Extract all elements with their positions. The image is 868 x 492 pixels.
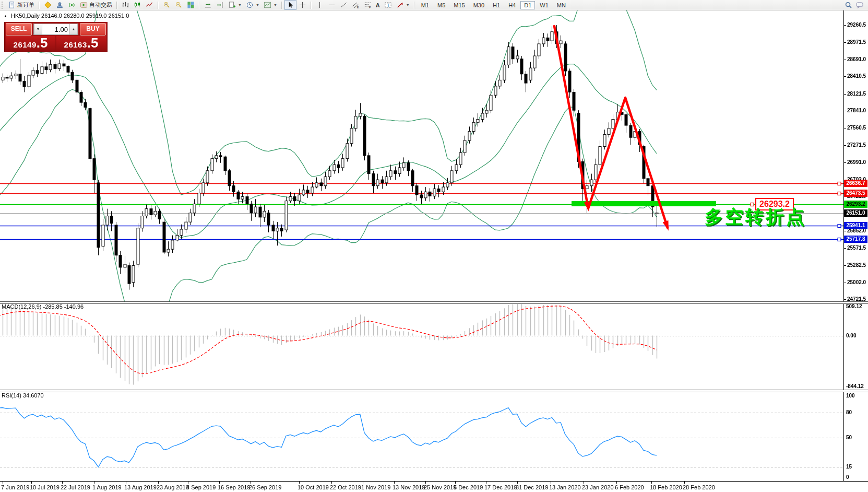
timeframe-mn[interactable]: MN [553, 1, 569, 9]
crosshair-tool[interactable] [296, 0, 308, 10]
panel-splitter[interactable] [0, 390, 868, 392]
cursor-tool[interactable] [284, 0, 296, 10]
template-chart-icon [264, 1, 271, 9]
date-label: 1 Nov 2019 [361, 484, 390, 490]
periods-button[interactable]: ▼ [244, 0, 261, 10]
timeframe-d1[interactable]: D1 [520, 1, 535, 9]
rsi-axis-label: 50 [846, 435, 852, 440]
toolbar-separator [116, 2, 117, 9]
vertical-line-tool[interactable] [314, 0, 326, 10]
community-button[interactable] [54, 0, 66, 10]
date-label: 26 Sep 2019 [249, 484, 281, 490]
signals-button[interactable] [66, 0, 78, 10]
text-label-icon: T [384, 1, 392, 9]
chart-shift-button[interactable] [214, 0, 226, 10]
timeframe-m30[interactable]: M30 [470, 1, 488, 9]
date-label: 13 Aug 2019 [124, 484, 157, 490]
sell-button[interactable]: SELL [6, 23, 32, 36]
price-tick-label: 27841.0 [847, 108, 866, 113]
arrows-tool[interactable]: ▼ [394, 0, 412, 10]
timeframe-m5[interactable]: M5 [434, 1, 449, 9]
date-label: 13 Jan 2020 [549, 484, 581, 490]
price-tag-blue: 25717.8 [844, 236, 867, 243]
timeframe-w1[interactable]: W1 [536, 1, 552, 9]
price-tick-label: 27560.5 [847, 125, 866, 131]
zoom-in-icon [163, 1, 171, 9]
auto-scroll-icon [204, 1, 212, 9]
tile-windows-icon [187, 1, 195, 9]
svg-text:T: T [387, 3, 389, 8]
price-tag-red: 26636.7 [844, 180, 867, 187]
time-axis[interactable]: 7 Jun 201910 Jul 201922 Jul 20191 Aug 20… [0, 481, 868, 492]
text-label-tool[interactable]: T [382, 0, 394, 10]
candlestick-chart-icon [134, 1, 141, 9]
timeframe-m1[interactable]: M1 [418, 1, 433, 9]
zoom-in-button[interactable] [161, 0, 173, 10]
sell-price-main: 26149 [14, 40, 37, 49]
date-label: 23 Aug 2019 [157, 484, 189, 490]
date-label: 16 Sep 2019 [218, 484, 250, 490]
date-label: 13 Nov 2019 [393, 484, 425, 490]
candlestick-chart-button[interactable] [132, 0, 144, 10]
buy-price[interactable]: 26163 .5 [56, 36, 106, 51]
search-icon[interactable] [845, 1, 852, 9]
new-order-button[interactable]: 新订单 [6, 0, 37, 10]
date-label: 22 Oct 2019 [330, 484, 361, 490]
date-label: 1 Aug 2019 [92, 484, 122, 490]
zoom-out-button[interactable] [173, 0, 185, 10]
price-tick-label: 28691.0 [847, 56, 866, 62]
auto-scroll-button[interactable] [202, 0, 214, 10]
date-label: 6 Feb 2020 [615, 484, 644, 490]
one-click-panel-toggle[interactable]: ▲ [4, 14, 7, 18]
horizontal-line-tool[interactable] [326, 0, 338, 10]
autotrading-label: 自动交易 [89, 1, 112, 9]
date-label: 18 Feb 2020 [650, 484, 682, 490]
price-tag-black: 26151.0 [844, 209, 867, 217]
timeframe-m15[interactable]: M15 [450, 1, 468, 9]
volume-increase-button[interactable]: ▲ [69, 24, 78, 34]
panel-splitter[interactable] [0, 301, 868, 304]
bar-chart-button[interactable] [120, 0, 132, 10]
equidistant-channel-tool[interactable]: E [350, 0, 362, 10]
timeframe-h1[interactable]: H1 [489, 1, 504, 9]
market-button[interactable] [42, 0, 54, 10]
price-tick-label: 25571.5 [847, 245, 866, 251]
templates-button[interactable]: ▼ [261, 0, 279, 10]
autotrading-button[interactable]: 自动交易 [78, 0, 114, 10]
toolbar-separator [199, 2, 200, 9]
cursor-icon [287, 1, 294, 9]
price-tag-blue: 25941.1 [844, 222, 867, 229]
line-chart-icon [146, 1, 153, 9]
chart-title: HK50,Daily 26146.0 26280.0 25919.0 26151… [11, 13, 129, 19]
date-label: 25 Nov 2019 [424, 484, 456, 490]
trendline-tool[interactable] [338, 0, 350, 10]
horizontal-line-icon [328, 1, 336, 9]
buy-button[interactable]: BUY [80, 23, 106, 36]
volume-input[interactable]: 1.00 [42, 24, 69, 34]
tile-windows-button[interactable] [185, 0, 197, 10]
rsi-axis-label: 15 [846, 464, 852, 470]
bar-chart-icon [122, 1, 129, 9]
new-chart-button[interactable]: ▼ [226, 0, 244, 10]
toolbar-grip[interactable] [2, 2, 5, 9]
turning-point-annotation[interactable]: 多空转折点 [705, 205, 806, 229]
price-chart-canvas[interactable] [0, 0, 868, 492]
chat-icon[interactable] [855, 1, 864, 9]
clock-icon [246, 1, 254, 9]
price-tag-red: 26473.5 [844, 190, 867, 197]
autotrading-icon [80, 1, 88, 9]
fibonacci-tool[interactable]: F [362, 0, 374, 10]
text-tool[interactable]: A [374, 0, 382, 10]
market-gem-icon [44, 1, 52, 9]
timeframe-h4[interactable]: H4 [505, 1, 519, 9]
chevron-down-icon: ▼ [238, 3, 242, 7]
line-chart-button[interactable] [144, 0, 156, 10]
toolbar: 新订单 自动交易 ▼ ▼ [0, 0, 868, 10]
one-click-trading-panel: SELL ▼ 1.00 ▲ BUY 26149 .5 26163 .5 [4, 22, 108, 52]
profile-icon [56, 1, 64, 9]
volume-decrease-button[interactable]: ▼ [34, 24, 42, 34]
sell-price[interactable]: 26149 .5 [6, 36, 55, 51]
chevron-down-icon: ▼ [406, 3, 410, 7]
sell-price-pips: .5 [37, 36, 48, 50]
toolbar-separator [281, 2, 282, 9]
